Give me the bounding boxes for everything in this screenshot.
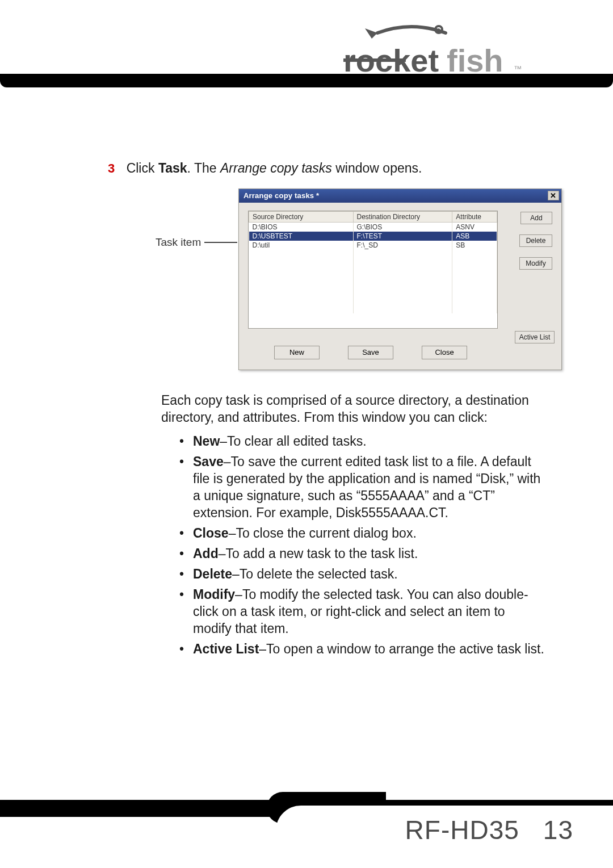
callout-leader-line xyxy=(204,242,237,243)
table-row[interactable] xyxy=(249,266,497,274)
cell-dest: G:\BIOS xyxy=(353,223,452,232)
svg-text:™: ™ xyxy=(514,64,522,73)
bullet-lead: Close xyxy=(193,526,229,540)
footer-text: RF-HD3513 xyxy=(405,815,573,845)
modify-button[interactable]: Modify xyxy=(519,257,552,270)
arrange-copy-tasks-dialog: Arrange copy tasks * ✕ Source Directory … xyxy=(238,188,562,370)
list-item: Add–To add a new task to the task list. xyxy=(177,545,546,562)
table-row[interactable] xyxy=(249,258,497,266)
header-area: rocket fish ™ xyxy=(0,0,613,108)
active-list-button[interactable]: Active List xyxy=(515,331,555,343)
col-destination[interactable]: Destination Directory xyxy=(353,212,452,223)
table-row[interactable] xyxy=(249,250,497,258)
table-row[interactable]: D:\util F:\_SD SB xyxy=(249,241,497,250)
cell-dest: F:\TEST xyxy=(353,232,452,241)
list-item: Modify–To modify the selected task. You … xyxy=(177,586,546,637)
list-item: Delete–To delete the selected task. xyxy=(177,565,546,582)
dialog-titlebar: Arrange copy tasks * ✕ xyxy=(239,189,561,203)
cell-attr: ASNV xyxy=(452,223,497,232)
cell-dest: F:\_SD xyxy=(353,241,452,250)
save-button[interactable]: Save xyxy=(348,346,393,359)
bullet-text: –To save the current edited task list to… xyxy=(193,454,540,520)
bullet-text: –To open a window to arrange the active … xyxy=(259,641,544,656)
cell-attr: ASB xyxy=(452,232,497,241)
svg-point-1 xyxy=(438,28,440,31)
dialog-title: Arrange copy tasks * xyxy=(243,191,319,200)
table-row[interactable] xyxy=(249,282,497,290)
intro-paragraph: Each copy task is comprised of a source … xyxy=(161,392,547,426)
task-table[interactable]: Source Directory Destination Directory A… xyxy=(248,211,498,329)
bullet-lead: Modify xyxy=(193,587,235,602)
bullet-lead: Save xyxy=(193,454,224,469)
manual-page: rocket fish ™ 3 Click Task. The Arrange … xyxy=(0,0,613,868)
table-row[interactable]: D:\USBTEST F:\TEST ASB xyxy=(249,232,497,241)
cell-source: D:\BIOS xyxy=(249,223,354,232)
close-button[interactable]: Close xyxy=(422,346,467,359)
table-row[interactable]: D:\BIOS G:\BIOS ASNV xyxy=(249,223,497,232)
cell-source: D:\util xyxy=(249,241,354,250)
bullet-text: –To add a new task to the task list. xyxy=(219,546,418,561)
new-button[interactable]: New xyxy=(274,346,320,359)
bullet-lead: Add xyxy=(193,546,219,561)
delete-button[interactable]: Delete xyxy=(519,234,552,247)
step-text-bold: Task xyxy=(158,161,187,175)
page-number: 13 xyxy=(543,815,573,845)
step-3-instruction: 3 Click Task. The Arrange copy tasks win… xyxy=(108,161,422,176)
list-item: Close–To close the current dialog box. xyxy=(177,525,546,542)
bullet-text: –To delete the selected task. xyxy=(232,567,398,581)
table-row[interactable] xyxy=(249,290,497,297)
step-text-suffix: window opens. xyxy=(332,161,422,175)
add-button[interactable]: Add xyxy=(520,212,552,224)
svg-text:fish: fish xyxy=(447,43,503,78)
product-model: RF-HD35 xyxy=(405,815,519,845)
bullet-text: –To close the current dialog box. xyxy=(229,526,417,540)
callout-task-item-label: Task item xyxy=(156,236,201,249)
bullet-lead: Delete xyxy=(193,567,232,581)
header-band-lower xyxy=(0,78,613,87)
option-bullet-list: New–To clear all edited tasks. Save–To s… xyxy=(177,433,546,661)
step-number: 3 xyxy=(108,161,115,175)
bullet-lead: New xyxy=(193,434,220,448)
bullet-text: –To clear all edited tasks. xyxy=(220,434,366,448)
cell-source: D:\USBTEST xyxy=(249,232,354,241)
table-row[interactable] xyxy=(249,274,497,282)
step-text-italic: Arrange copy tasks xyxy=(220,161,332,175)
cell-attr: SB xyxy=(452,241,497,250)
list-item: Active List–To open a window to arrange … xyxy=(177,640,546,657)
window-close-button[interactable]: ✕ xyxy=(548,191,559,200)
step-text-prefix: Click xyxy=(127,161,158,175)
col-attribute[interactable]: Attribute xyxy=(452,212,497,223)
col-source[interactable]: Source Directory xyxy=(249,212,354,223)
bullet-text: –To modify the selected task. You can al… xyxy=(193,587,528,636)
table-row[interactable] xyxy=(249,297,497,305)
bullet-lead: Active List xyxy=(193,641,259,656)
rocketfish-logo: rocket fish ™ xyxy=(343,16,548,78)
list-item: New–To clear all edited tasks. xyxy=(177,433,546,450)
table-row[interactable] xyxy=(249,305,497,313)
svg-text:rocket: rocket xyxy=(343,43,439,78)
step-text-mid: . The xyxy=(187,161,220,175)
list-item: Save–To save the current edited task lis… xyxy=(177,453,546,521)
table-header-row: Source Directory Destination Directory A… xyxy=(249,212,497,223)
